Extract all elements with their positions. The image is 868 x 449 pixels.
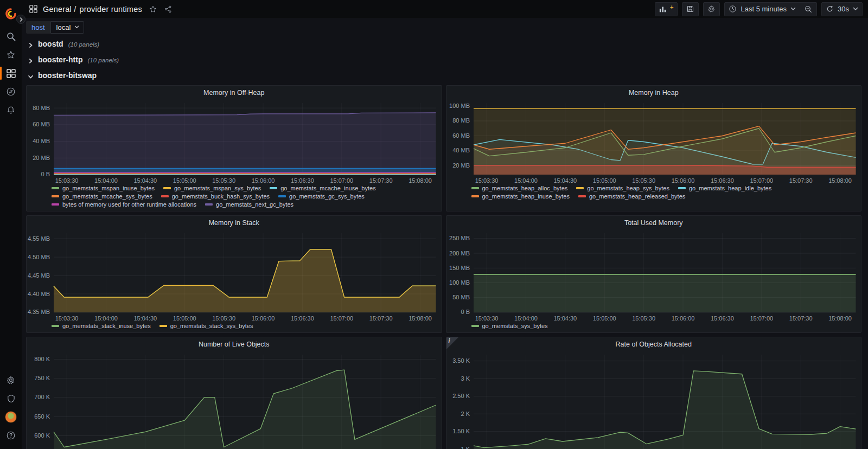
breadcrumb-folder[interactable]: General /	[43, 5, 76, 14]
x-axis-tick-label: 15:07:00	[750, 177, 773, 184]
breadcrumb-dashboard[interactable]: provider runtimes	[79, 5, 142, 14]
refresh-picker[interactable]: 30s	[821, 2, 863, 16]
dashboard-grid-icon[interactable]	[29, 5, 37, 13]
chart-canvas[interactable]: 15:03:3015:04:0015:04:3015:05:0015:05:30…	[27, 351, 442, 449]
y-axis-tick-label: 0 B	[461, 309, 469, 315]
time-range-picker[interactable]: Last 5 minutes	[724, 2, 817, 16]
legend-item[interactable]: go_memstats_buck_hash_sys_bytes	[161, 193, 270, 200]
legend-swatch-icon	[163, 187, 171, 189]
legend-item[interactable]: go_memstats_heap_alloc_bytes	[471, 185, 568, 191]
variable-value-text: local	[56, 23, 71, 31]
legend-item[interactable]: go_memstats_stack_inuse_bytes	[52, 323, 151, 329]
panel-legend: go_memstats_heap_alloc_bytesgo_memstats_…	[446, 184, 861, 203]
panel-chart: 15:03:3015:04:0015:04:3015:05:0015:05:30…	[27, 100, 442, 184]
panel-legend: go_memstats_sys_bytes	[446, 322, 861, 332]
panel-title[interactable]: Memory in Stack	[27, 216, 442, 230]
legend-item[interactable]: go_memstats_mspan_inuse_bytes	[52, 185, 155, 191]
legend-item[interactable]: go_memstats_gc_sys_bytes	[278, 193, 365, 200]
sidebar-item-search[interactable]	[0, 27, 22, 46]
legend-item[interactable]: go_memstats_mcache_inuse_bytes	[270, 185, 375, 191]
panel-title[interactable]: Rate of Objects Allocated	[446, 337, 861, 351]
chevron-down-icon	[74, 25, 79, 29]
legend-swatch-icon	[270, 187, 277, 189]
panel-title[interactable]: Total Used Memory	[446, 216, 861, 230]
series-area-go_memstats_sys_bytes	[473, 274, 856, 312]
row-header-booster-http[interactable]: booster-http (10 panels)	[26, 54, 861, 68]
legend-item[interactable]: go_memstats_mspan_sys_bytes	[163, 185, 261, 191]
alerting-bell-icon	[6, 105, 16, 115]
configuration-gear-icon	[6, 375, 16, 385]
sidebar-item-alerting[interactable]	[0, 101, 22, 119]
main-area: General / provider runtimes +	[22, 0, 868, 449]
x-axis-tick-label: 15:05:30	[212, 315, 235, 322]
sidebar-item-dashboards[interactable]	[0, 64, 22, 82]
chart-canvas[interactable]: 15:03:3015:04:0015:04:3015:05:0015:05:30…	[446, 351, 861, 449]
series-area-go_memstats_next_gc_bytes	[54, 113, 436, 175]
x-axis-tick-label: 15:05:30	[632, 315, 655, 322]
sidebar-item-help[interactable]	[0, 426, 22, 445]
dashboard-content: boostd (10 panels) booster-http (10 pane…	[22, 35, 868, 449]
chart-canvas[interactable]: 15:03:3015:04:0015:04:3015:05:0015:05:30…	[27, 100, 442, 184]
legend-swatch-icon	[578, 195, 586, 197]
x-axis-tick-label: 15:07:00	[750, 315, 773, 322]
legend-item[interactable]: bytes of memory used for other runtime a…	[52, 201, 196, 208]
sidebar-item-configuration[interactable]	[0, 371, 22, 389]
x-axis-tick-label: 15:05:30	[212, 177, 235, 184]
save-dashboard-button[interactable]	[682, 2, 699, 16]
chevron-down-icon	[853, 7, 858, 11]
x-axis-tick-label: 15:06:30	[291, 177, 314, 184]
legend-item[interactable]: go_memstats_mcache_sys_bytes	[52, 193, 152, 200]
favorite-star-button[interactable]	[149, 5, 157, 14]
sidebar-item-server-admin[interactable]	[0, 389, 22, 408]
legend-item[interactable]: go_memstats_heap_released_bytes	[578, 193, 685, 200]
x-axis-tick-label: 15:04:00	[514, 315, 538, 322]
sidebar-item-starred[interactable]	[0, 46, 22, 64]
share-button[interactable]	[164, 5, 173, 14]
x-axis-tick-label: 15:07:00	[330, 177, 353, 184]
add-panel-button[interactable]: +	[655, 2, 678, 16]
panel-title[interactable]: Memory in Off-Heap	[27, 86, 442, 100]
legend-item[interactable]: go_memstats_heap_idle_bytes	[678, 185, 771, 191]
legend-item[interactable]: go_memstats_sys_bytes	[471, 323, 548, 329]
star-icon	[6, 50, 16, 60]
row-header-booster-bitswap[interactable]: booster-bitswap	[26, 69, 861, 84]
legend-item[interactable]: go_memstats_heap_sys_bytes	[576, 185, 669, 191]
zoom-out-icon[interactable]	[804, 5, 813, 14]
topnav-actions: + Last 5 minutes 30s	[655, 2, 863, 16]
dashboard-settings-button[interactable]	[703, 2, 720, 16]
chart-canvas[interactable]: 15:03:3015:04:0015:04:3015:05:0015:05:30…	[27, 230, 442, 322]
sidebar-item-explore[interactable]	[0, 82, 22, 101]
chart-canvas[interactable]: 15:03:3015:04:0015:04:3015:05:0015:05:30…	[446, 230, 861, 322]
x-axis-tick-label: 15:05:30	[632, 177, 655, 184]
panel-title[interactable]: Number of Live Objects	[27, 337, 442, 351]
x-axis-tick-label: 15:07:30	[789, 315, 812, 322]
row-panel-count: (10 panels)	[68, 41, 100, 48]
explore-compass-icon	[6, 87, 16, 97]
help-icon	[6, 431, 16, 440]
star-icon	[149, 5, 157, 14]
legend-swatch-icon	[52, 195, 59, 197]
series-line-go_memstats_stack_sys_bytes	[54, 249, 436, 297]
sidebar-item-profile[interactable]	[0, 408, 22, 426]
legend-item[interactable]: go_memstats_heap_inuse_bytes	[471, 193, 570, 200]
series-area-go_memstats_stack_sys_bytes	[54, 249, 436, 312]
chart-canvas[interactable]: 15:03:3015:04:0015:04:3015:05:0015:05:30…	[446, 100, 861, 184]
row-title: booster-bitswap	[38, 71, 97, 80]
row-title: booster-http	[38, 55, 82, 64]
sidebar-expand-button[interactable]	[16, 15, 25, 24]
save-icon	[686, 5, 694, 13]
x-axis-tick-label: 15:06:30	[291, 315, 314, 322]
variable-value-dropdown[interactable]: local	[50, 21, 85, 34]
panel-title[interactable]: Memory in Heap	[446, 86, 861, 100]
panel-info-corner-icon[interactable]: i	[446, 337, 458, 349]
y-axis-tick-label: 40 MB	[33, 138, 50, 144]
y-axis-tick-label: 4.50 MB	[28, 254, 50, 260]
row-header-boostd[interactable]: boostd (10 panels)	[26, 38, 861, 52]
legend-item[interactable]: go_memstats_next_gc_bytes	[205, 201, 293, 208]
user-avatar	[5, 411, 17, 423]
legend-item[interactable]: go_memstats_stack_sys_bytes	[159, 323, 253, 329]
legend-swatch-icon	[52, 325, 59, 327]
x-axis-tick-label: 15:03:30	[475, 315, 498, 322]
settings-gear-icon	[707, 5, 716, 13]
panel-chart: 15:03:3015:04:0015:04:3015:05:0015:05:30…	[27, 230, 442, 322]
